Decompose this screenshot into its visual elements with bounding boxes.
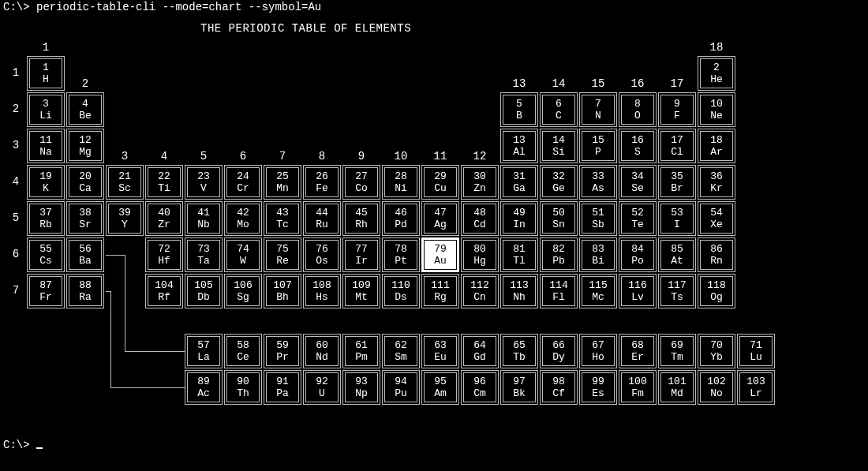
element-symbol: Tl <box>513 255 526 267</box>
atomic-number: 41 <box>197 207 210 219</box>
element-cell-na: 11Na <box>27 129 65 163</box>
element-cell-s: 16S <box>619 129 657 163</box>
element-symbol: Rf <box>158 291 170 303</box>
element-symbol: Og <box>710 291 723 303</box>
element-symbol: B <box>516 110 522 121</box>
element-cell-rn: 86Rn <box>698 237 735 272</box>
element-cell-cl: 17Cl <box>658 129 696 163</box>
element-symbol: Y <box>122 219 128 230</box>
group-label: 7 <box>264 151 301 163</box>
element-cell-np: 93Np <box>342 370 380 405</box>
element-cell-h: 1H <box>27 56 65 91</box>
atomic-number: 7 <box>595 98 601 110</box>
atomic-number: 92 <box>316 376 328 387</box>
element-cell-mn: 25Mn <box>264 165 301 200</box>
period-label: 4 <box>9 176 22 188</box>
atomic-number: 35 <box>671 170 683 182</box>
element-cell-ca: 20Ca <box>66 165 104 200</box>
atomic-number: 18 <box>710 134 723 146</box>
atomic-number: 37 <box>39 207 52 219</box>
atomic-number: 106 <box>234 279 252 291</box>
element-symbol: Pm <box>355 351 368 363</box>
atomic-number: 83 <box>592 243 604 255</box>
atomic-number: 50 <box>552 207 565 219</box>
atomic-number: 116 <box>628 279 646 291</box>
command-line-bottom[interactable]: C:\> <box>3 439 865 451</box>
element-symbol: Cd <box>473 219 486 230</box>
atomic-number: 9 <box>674 98 680 110</box>
group-label: 5 <box>185 151 223 163</box>
element-symbol: Nb <box>197 219 210 230</box>
element-cell-nb: 41Nb <box>185 201 223 236</box>
element-symbol: Sn <box>552 219 565 230</box>
element-cell-ce: 58Ce <box>224 334 262 368</box>
atomic-number: 51 <box>592 207 604 219</box>
element-symbol: Na <box>39 146 52 158</box>
atomic-number: 13 <box>513 134 526 146</box>
element-symbol: Li <box>39 110 52 121</box>
atomic-number: 112 <box>470 279 488 291</box>
element-symbol: Cr <box>237 182 249 194</box>
atomic-number: 66 <box>552 339 565 351</box>
element-symbol: As <box>592 182 604 194</box>
element-cell-kr: 36Kr <box>698 165 735 200</box>
element-symbol: Tc <box>276 219 289 230</box>
atomic-number: 84 <box>631 243 644 255</box>
element-symbol: Hs <box>316 291 328 303</box>
element-cell-ru: 44Ru <box>303 201 341 236</box>
group-label: 17 <box>658 78 696 90</box>
element-cell-no: 102No <box>698 370 735 405</box>
element-cell-rg: 111Rg <box>421 274 459 308</box>
group-label: 18 <box>698 42 735 54</box>
element-cell-al: 13Al <box>500 129 538 163</box>
element-symbol: Th <box>237 387 249 399</box>
atomic-number: 100 <box>628 376 646 387</box>
atomic-number: 108 <box>312 279 331 291</box>
element-symbol: Pb <box>552 255 565 267</box>
element-symbol: Pr <box>276 351 289 363</box>
period-label: 5 <box>9 212 22 224</box>
atomic-number: 53 <box>671 207 683 219</box>
element-symbol: Er <box>631 351 644 363</box>
atomic-number: 3 <box>43 98 49 110</box>
element-symbol: La <box>197 351 210 363</box>
atomic-number: 24 <box>237 170 249 182</box>
atomic-number: 65 <box>513 339 526 351</box>
element-symbol: Br <box>671 182 683 194</box>
element-cell-po: 84Po <box>619 237 657 272</box>
period-label: 3 <box>9 140 22 151</box>
element-cell-pa: 91Pa <box>264 370 301 405</box>
atomic-number: 15 <box>592 134 604 146</box>
atomic-number: 34 <box>631 170 644 182</box>
element-symbol: Se <box>631 182 644 194</box>
element-symbol: Es <box>592 387 604 399</box>
element-symbol: Mg <box>79 146 92 158</box>
atomic-number: 25 <box>276 170 289 182</box>
element-cell-au[interactable]: 79Au <box>421 237 459 272</box>
element-cell-as: 33As <box>579 165 617 200</box>
group-label: 2 <box>66 78 104 90</box>
element-cell-zn: 30Zn <box>461 165 499 200</box>
element-symbol: Pa <box>276 387 289 399</box>
atomic-number: 107 <box>273 279 291 291</box>
element-symbol: No <box>710 387 723 399</box>
element-cell-md: 101Md <box>658 370 696 405</box>
element-symbol: Ga <box>513 182 526 194</box>
element-cell-pr: 59Pr <box>264 334 301 368</box>
group-label: 12 <box>461 151 499 163</box>
group-label: 14 <box>540 78 578 90</box>
element-symbol: Ge <box>552 182 565 194</box>
element-symbol: Pt <box>395 255 407 267</box>
atomic-number: 68 <box>631 339 644 351</box>
connector-line <box>110 387 185 388</box>
element-symbol: Ho <box>592 351 604 363</box>
atomic-number: 27 <box>355 170 368 182</box>
element-cell-lu: 71Lu <box>737 334 775 368</box>
command-line[interactable]: C:\> periodic-table-cli --mode=chart --s… <box>3 2 865 13</box>
element-cell-ag: 47Ag <box>421 201 459 236</box>
atomic-number: 48 <box>473 207 486 219</box>
element-symbol: Xe <box>710 219 723 230</box>
element-cell-ra: 88Ra <box>66 274 104 308</box>
element-symbol: Nd <box>316 351 328 363</box>
group-label: 4 <box>145 151 183 163</box>
